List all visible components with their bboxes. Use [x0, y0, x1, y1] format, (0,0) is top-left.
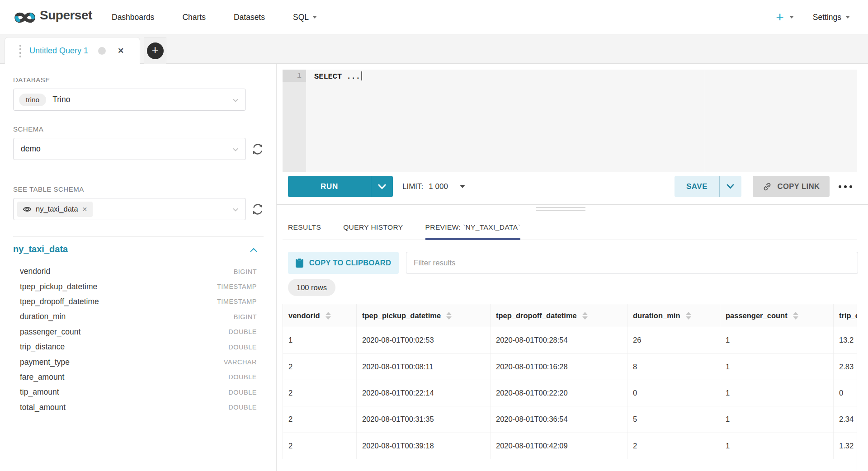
database-select[interactable]: trino Trino [13, 89, 246, 111]
table-schema-heading[interactable]: ny_taxi_data [13, 244, 68, 254]
filter-results-input[interactable] [406, 252, 858, 274]
table-cell: 2020-08-01T00:28:54 [491, 327, 627, 353]
copy-link-button[interactable]: COPY LINK [753, 176, 830, 197]
nav-item-label: Datasets [234, 13, 265, 22]
more-options-button[interactable] [839, 176, 852, 197]
schema-column-row: fare_amountDOUBLE [13, 370, 257, 385]
resize-handle[interactable] [536, 210, 585, 211]
results-tab-query-history[interactable]: QUERY HISTORY [343, 223, 403, 240]
column-type: TIMESTAMP [217, 298, 257, 305]
limit-label: LIMIT: [402, 182, 423, 191]
save-dropdown-button[interactable] [720, 176, 741, 197]
chevron-up-icon[interactable] [250, 247, 258, 253]
table-cell: 1.32 [834, 433, 858, 459]
column-header-label: tpep_pickup_datetime [362, 311, 441, 320]
nav-item-datasets[interactable]: Datasets [234, 13, 265, 22]
column-header-label: tpep_dropoff_datetime [496, 311, 577, 320]
table-cell: 2020-08-01T00:31:35 [357, 406, 491, 433]
results-table: vendoridtpep_pickup_datetimetpep_dropoff… [283, 304, 857, 459]
query-tab-title[interactable]: Untitled Query 1 [29, 46, 88, 56]
nav-item-sql[interactable]: SQL [293, 13, 317, 22]
column-type: DOUBLE [228, 373, 257, 381]
copy-to-clipboard-label: COPY TO CLIPBOARD [309, 259, 391, 267]
table-cell: 2020-08-01T00:22:20 [491, 380, 627, 406]
sort-icon[interactable] [326, 312, 331, 320]
nav-item-label: Dashboards [112, 13, 154, 22]
results-column-header[interactable]: tpep_dropoff_datetime [491, 304, 627, 327]
save-button[interactable]: SAVE [675, 176, 720, 197]
sqllab-sidebar: DATABASE trino Trino SCHEMA demo SEE TAB… [0, 64, 277, 471]
copy-link-label: COPY LINK [777, 182, 820, 191]
remove-table-icon[interactable]: ✕ [82, 206, 88, 213]
results-tab-results[interactable]: RESULTS [288, 223, 321, 240]
run-dropdown-button[interactable] [371, 176, 392, 197]
settings-label: Settings [813, 13, 841, 22]
table-cell: 2020-08-01T00:42:09 [491, 433, 627, 459]
results-column-header[interactable]: trip_distance [834, 304, 858, 327]
chevron-down-icon[interactable] [789, 16, 794, 19]
superset-logo-icon [13, 9, 37, 26]
column-header-label: duration_min [633, 311, 680, 320]
column-name: passenger_count [20, 327, 80, 337]
results-column-header[interactable]: vendorid [283, 304, 357, 327]
table-cell: 1 [720, 433, 834, 459]
editor-code-line[interactable]: SELECT ... [314, 71, 362, 83]
copy-to-clipboard-button[interactable]: COPY TO CLIPBOARD [288, 252, 399, 274]
column-type: DOUBLE [228, 328, 257, 335]
table-row: 12020-08-01T00:02:532020-08-01T00:28:542… [283, 327, 858, 353]
settings-menu[interactable]: Settings [813, 13, 850, 22]
sort-icon[interactable] [686, 312, 691, 320]
run-button[interactable]: RUN [288, 176, 371, 197]
results-column-header[interactable]: tpep_pickup_datetime [357, 304, 491, 327]
column-name: trip_distance [20, 342, 65, 352]
close-tab-icon[interactable]: ✕ [118, 46, 124, 56]
new-item-button[interactable]: + [776, 10, 784, 24]
nav-item-charts[interactable]: Charts [182, 13, 206, 22]
sort-icon[interactable] [793, 312, 798, 320]
sql-toolbar: RUN LIMIT: 1 000 SAVE [277, 176, 868, 197]
editor-print-margin [705, 70, 705, 172]
results-column-header[interactable]: passenger_count [720, 304, 834, 327]
sort-icon[interactable] [446, 312, 452, 320]
chevron-down-icon [232, 206, 239, 213]
nav-item-dashboards[interactable]: Dashboards [112, 13, 154, 22]
results-tab-preview[interactable]: PREVIEW: `NY_TAXI_DATA` [425, 223, 520, 240]
sql-editor[interactable]: 1 SELECT ... [283, 70, 857, 172]
column-name: vendorid [20, 267, 50, 276]
refresh-tables-icon[interactable] [251, 203, 264, 216]
caret-down-icon [460, 185, 465, 188]
column-type: BIGINT [234, 268, 257, 275]
query-tab[interactable]: Untitled Query 1 ✕ [5, 37, 140, 64]
run-button-group: RUN [288, 176, 393, 197]
save-button-group: SAVE [675, 176, 741, 197]
selected-table-name: ny_taxi_data [36, 205, 78, 213]
limit-dropdown[interactable]: LIMIT: 1 000 [402, 176, 465, 197]
row-count-badge: 100 rows [288, 279, 335, 296]
sort-icon[interactable] [582, 312, 588, 320]
column-type: DOUBLE [228, 389, 257, 396]
schema-value: demo [21, 144, 41, 154]
column-name: total_amount [20, 403, 66, 412]
chevron-down-icon [726, 184, 734, 189]
column-type: TIMESTAMP [217, 283, 257, 290]
query-tabstrip: Untitled Query 1 ✕ + [0, 34, 868, 64]
results-column-header[interactable]: duration_min [627, 304, 720, 327]
schema-select[interactable]: demo [13, 138, 246, 160]
table-row: 22020-08-01T00:08:112020-08-01T00:16:288… [283, 353, 858, 380]
schema-column-row: duration_minBIGINT [13, 309, 257, 324]
table-cell: 0 [627, 380, 720, 406]
drag-handle-icon[interactable] [19, 45, 21, 57]
sidebar-divider [13, 236, 264, 237]
column-type: DOUBLE [228, 344, 257, 351]
table-select[interactable]: ny_taxi_data ✕ [13, 198, 246, 220]
link-icon [762, 182, 772, 192]
resize-handle[interactable] [536, 207, 585, 208]
new-tab-button[interactable]: + [147, 42, 164, 59]
database-label: DATABASE [13, 76, 50, 84]
column-type: VARCHAR [224, 358, 257, 366]
column-name: fare_amount [20, 372, 64, 382]
editor-line-number: 1 [283, 70, 306, 82]
schema-column-row: tip_amountDOUBLE [13, 385, 257, 400]
chevron-down-icon [312, 16, 317, 19]
refresh-schemas-icon[interactable] [251, 143, 264, 155]
